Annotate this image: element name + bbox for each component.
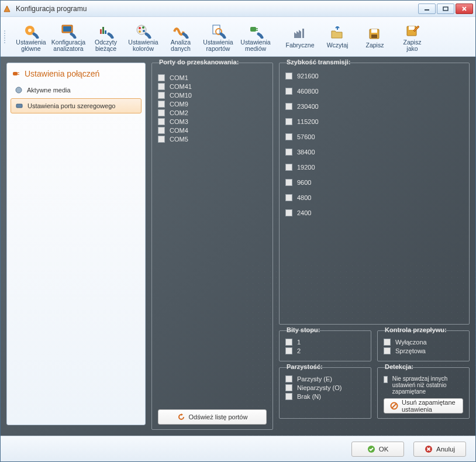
parity-label: Parzysty (E) [297, 375, 332, 382]
detect-group: Detekcja: Nie sprawdzaj innych ustawień … [377, 367, 470, 419]
checkbox[interactable] [285, 347, 292, 354]
checkbox[interactable] [158, 127, 165, 134]
speed-label: 460800 [297, 88, 319, 95]
toolbar-save[interactable]: Zapisz [357, 20, 392, 54]
wave-gear-icon [171, 23, 190, 39]
port-label: COM1 [170, 74, 188, 81]
toolbar-load[interactable]: Wczytaj [320, 20, 355, 54]
factory-icon [291, 26, 309, 42]
toolbar-main-settings[interactable]: Ustawienia główne [13, 20, 49, 54]
port-option[interactable]: COM2 [158, 109, 267, 116]
monitor-gear-icon [59, 23, 78, 39]
checkbox[interactable] [285, 133, 292, 140]
detect-only-remembered[interactable]: Nie sprawdzaj innych ustawień niż ostatn… [384, 375, 463, 395]
parity-option[interactable]: Nieparzysty (O) [285, 384, 365, 391]
checkbox[interactable] [285, 149, 292, 156]
refresh-ports-button[interactable]: Odśwież listę portów [158, 409, 267, 425]
checkbox[interactable] [285, 73, 292, 80]
checkbox[interactable] [158, 101, 165, 108]
checkbox[interactable] [384, 376, 388, 383]
toolbar-save-as[interactable]: Zapisz jako [395, 20, 430, 54]
checkbox[interactable] [285, 88, 292, 95]
app-window: Konfiguracja programu Ustawienia główne … [0, 0, 476, 462]
toolbar-current-readings[interactable]: Odczyty bieżące [88, 20, 123, 54]
ok-button[interactable]: OK [351, 442, 404, 457]
port-option[interactable]: COM3 [158, 118, 267, 125]
stopbit-option[interactable]: 2 [285, 347, 365, 354]
toolbar-factory[interactable]: Fabryczne [282, 20, 318, 54]
toolbar-analyzer-config[interactable]: Konfiguracja analizatora [51, 20, 86, 54]
palette-gear-icon [134, 23, 153, 39]
checkbox[interactable] [158, 92, 165, 99]
speed-option[interactable]: 38400 [285, 149, 463, 156]
toolbar-data-analysis[interactable]: Analiza danych [163, 20, 198, 54]
ports-scan-group: Porty do przeskanowania: COM1 COM41 COM1… [151, 63, 273, 430]
parity-option[interactable]: Brak (N) [285, 393, 365, 400]
parity-label: Brak (N) [297, 393, 321, 400]
checkbox[interactable] [285, 339, 292, 346]
checkbox[interactable] [285, 194, 292, 201]
checkbox[interactable] [158, 83, 165, 90]
checkbox[interactable] [285, 209, 292, 216]
speed-option[interactable]: 115200 [285, 118, 463, 125]
toolbar-grip[interactable] [4, 22, 9, 51]
minimize-button[interactable] [418, 4, 436, 14]
content-area: Ustawienia połączeń Aktywne media Ustawi… [1, 57, 475, 436]
speed-option[interactable]: 4800 [285, 194, 463, 201]
toolbar-media-settings[interactable]: Ustawienia mediów [238, 20, 273, 54]
sidebar-item-active-media[interactable]: Aktywne media [11, 83, 142, 97]
flow-label: Wyłączona [395, 339, 427, 346]
speed-option[interactable]: 2400 [285, 209, 463, 216]
port-option[interactable]: COM10 [158, 92, 267, 99]
checkbox[interactable] [285, 103, 292, 110]
port-label: COM4 [170, 127, 188, 134]
checkbox[interactable] [285, 179, 292, 186]
clear-remembered-button[interactable]: Usuń zapamiętane ustawienia [384, 398, 463, 413]
svg-point-9 [137, 25, 146, 35]
checkbox[interactable] [285, 384, 292, 391]
flow-option[interactable]: Sprzętowa [384, 347, 463, 354]
port-option[interactable]: COM1 [158, 74, 267, 81]
speed-option[interactable]: 9600 [285, 179, 463, 186]
speed-option[interactable]: 57600 [285, 133, 463, 140]
checkbox[interactable] [285, 118, 292, 125]
checkbox[interactable] [158, 74, 165, 81]
speed-option[interactable]: 230400 [285, 103, 463, 110]
toolbar-report-settings[interactable]: Ustawienia raportów [201, 20, 236, 54]
port-option[interactable]: COM5 [158, 136, 267, 143]
clear-label: Usuń zapamiętane ustawienia [402, 399, 457, 413]
port-label: COM5 [170, 136, 188, 143]
speed-option[interactable]: 460800 [285, 88, 463, 95]
checkbox[interactable] [285, 393, 292, 400]
port-label: COM2 [170, 109, 188, 116]
port-option[interactable]: COM9 [158, 101, 267, 108]
checkbox[interactable] [384, 347, 391, 354]
sidebar-list: Aktywne media Ustawienia portu szeregowe… [9, 83, 143, 113]
plug-icon [12, 69, 22, 78]
checkbox[interactable] [158, 109, 165, 116]
cancel-button[interactable]: Anuluj [413, 442, 466, 457]
checkbox[interactable] [285, 375, 292, 382]
sidebar-title: Ustawienia połączeń [25, 69, 99, 78]
port-option[interactable]: COM41 [158, 83, 267, 90]
speed-label: 38400 [297, 149, 315, 156]
flow-option[interactable]: Wyłączona [384, 339, 463, 346]
svg-rect-27 [18, 74, 19, 75]
close-button[interactable] [456, 4, 473, 14]
checkbox[interactable] [285, 164, 292, 171]
checkbox[interactable] [158, 118, 165, 125]
sidebar-item-serial-port[interactable]: Ustawienia portu szeregowego [11, 98, 142, 113]
speed-option[interactable]: 19200 [285, 164, 463, 171]
checkbox[interactable] [158, 136, 165, 143]
save-as-icon [403, 23, 422, 39]
speed-option[interactable]: 921600 [285, 73, 463, 80]
stopbit-option[interactable]: 1 [285, 339, 365, 346]
checkbox[interactable] [384, 339, 391, 346]
toolbar-color-settings[interactable]: Ustawienia kolorów [126, 20, 161, 54]
speed-label: 115200 [297, 118, 319, 125]
speed-label: 19200 [297, 164, 315, 171]
port-option[interactable]: COM4 [158, 127, 267, 134]
svg-rect-25 [13, 72, 18, 75]
maximize-button[interactable] [437, 4, 454, 14]
parity-option[interactable]: Parzysty (E) [285, 375, 365, 382]
